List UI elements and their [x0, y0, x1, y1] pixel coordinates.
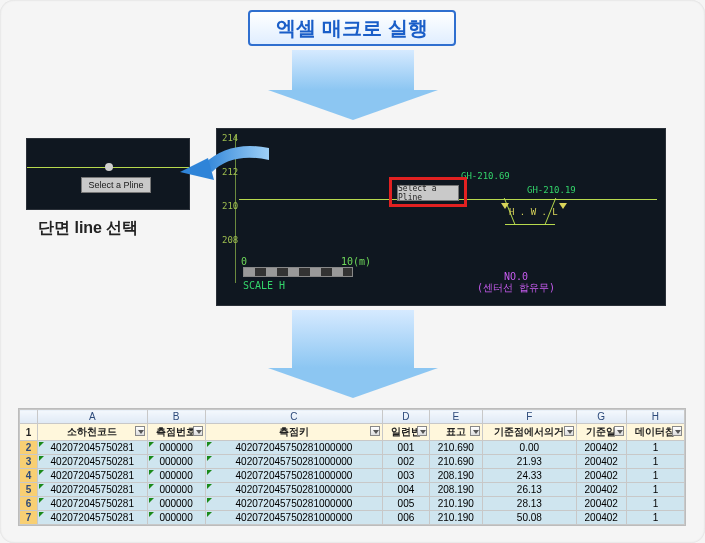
error-flag-icon[interactable]	[39, 456, 44, 461]
error-flag-icon[interactable]	[207, 442, 212, 447]
cell[interactable]: 000000	[147, 483, 205, 497]
cell[interactable]: 402072045750281	[38, 497, 148, 511]
filter-dropdown-icon[interactable]	[135, 426, 145, 436]
field-header[interactable]: 소하천코드	[38, 424, 148, 441]
excel-sheet[interactable]: A B C D E F G H 1 소하천코드 측점번호 측점키 일련번 표고 …	[18, 408, 686, 526]
field-header[interactable]: 데이터참	[626, 424, 684, 441]
error-flag-icon[interactable]	[207, 498, 212, 503]
cell[interactable]: 402072045750281	[38, 469, 148, 483]
row-head[interactable]: 4	[20, 469, 38, 483]
cell[interactable]: 200402	[576, 469, 626, 483]
filter-dropdown-icon[interactable]	[672, 426, 682, 436]
cell[interactable]: 005	[383, 497, 429, 511]
table-row[interactable]: 5402072045750281000000402072045750281000…	[20, 483, 685, 497]
cell[interactable]: 210.690	[429, 441, 483, 455]
cell[interactable]: 402072045750281	[38, 441, 148, 455]
col-head[interactable]: G	[576, 410, 626, 424]
field-header[interactable]: 기준점에서의거	[483, 424, 577, 441]
row-head[interactable]: 5	[20, 483, 38, 497]
cell[interactable]: 26.13	[483, 483, 577, 497]
cell[interactable]: 200402	[576, 483, 626, 497]
cell[interactable]: 1	[626, 497, 684, 511]
cell[interactable]: 402072045750281000000	[205, 469, 383, 483]
error-flag-icon[interactable]	[149, 470, 154, 475]
field-header[interactable]: 일련번	[383, 424, 429, 441]
filter-dropdown-icon[interactable]	[370, 426, 380, 436]
error-flag-icon[interactable]	[207, 456, 212, 461]
cell[interactable]: 000000	[147, 469, 205, 483]
cell[interactable]: 002	[383, 455, 429, 469]
error-flag-icon[interactable]	[39, 512, 44, 517]
filter-dropdown-icon[interactable]	[193, 426, 203, 436]
cell[interactable]: 1	[626, 455, 684, 469]
field-header[interactable]: 기준일	[576, 424, 626, 441]
error-flag-icon[interactable]	[207, 484, 212, 489]
cell[interactable]: 208.190	[429, 469, 483, 483]
cell[interactable]: 28.13	[483, 497, 577, 511]
cell[interactable]: 000000	[147, 455, 205, 469]
error-flag-icon[interactable]	[39, 484, 44, 489]
cell[interactable]: 001	[383, 441, 429, 455]
table-row[interactable]: 7402072045750281000000402072045750281000…	[20, 511, 685, 525]
filter-dropdown-icon[interactable]	[470, 426, 480, 436]
cell[interactable]: 200402	[576, 511, 626, 525]
col-head[interactable]: A	[38, 410, 148, 424]
filter-dropdown-icon[interactable]	[564, 426, 574, 436]
cell[interactable]: 000000	[147, 441, 205, 455]
field-header[interactable]: 측점번호	[147, 424, 205, 441]
select-pline-button[interactable]: Select a Pline	[81, 177, 151, 193]
col-head[interactable]: B	[147, 410, 205, 424]
zoom-node[interactable]	[105, 163, 113, 171]
error-flag-icon[interactable]	[207, 470, 212, 475]
row-head[interactable]: 2	[20, 441, 38, 455]
error-flag-icon[interactable]	[39, 470, 44, 475]
cell[interactable]: 402072045750281000000	[205, 455, 383, 469]
cell[interactable]: 1	[626, 441, 684, 455]
cell[interactable]: 200402	[576, 455, 626, 469]
cell[interactable]: 21.93	[483, 455, 577, 469]
cell[interactable]: 000000	[147, 497, 205, 511]
filter-dropdown-icon[interactable]	[614, 426, 624, 436]
table-row[interactable]: 6402072045750281000000402072045750281000…	[20, 497, 685, 511]
col-head[interactable]: F	[483, 410, 577, 424]
cell[interactable]: 1	[626, 469, 684, 483]
row-head[interactable]: 7	[20, 511, 38, 525]
table-row[interactable]: 3402072045750281000000402072045750281000…	[20, 455, 685, 469]
error-flag-icon[interactable]	[149, 498, 154, 503]
cell[interactable]: 210.190	[429, 511, 483, 525]
error-flag-icon[interactable]	[149, 484, 154, 489]
cell[interactable]: 004	[383, 483, 429, 497]
cell[interactable]: 50.08	[483, 511, 577, 525]
cell[interactable]: 402072045750281000000	[205, 483, 383, 497]
col-head[interactable]: H	[626, 410, 684, 424]
cell[interactable]: 402072045750281	[38, 455, 148, 469]
cell[interactable]: 402072045750281000000	[205, 497, 383, 511]
cell[interactable]: 003	[383, 469, 429, 483]
table-row[interactable]: 4402072045750281000000402072045750281000…	[20, 469, 685, 483]
table-row[interactable]: 2402072045750281000000402072045750281000…	[20, 441, 685, 455]
cell[interactable]: 210.690	[429, 455, 483, 469]
cell[interactable]: 402072045750281000000	[205, 511, 383, 525]
field-header[interactable]: 측점키	[205, 424, 383, 441]
cell[interactable]: 000000	[147, 511, 205, 525]
cell[interactable]: 210.190	[429, 497, 483, 511]
row-head[interactable]: 1	[20, 424, 38, 441]
col-head[interactable]: C	[205, 410, 383, 424]
row-head[interactable]: 6	[20, 497, 38, 511]
error-flag-icon[interactable]	[149, 442, 154, 447]
cell[interactable]: 1	[626, 483, 684, 497]
cell[interactable]: 200402	[576, 441, 626, 455]
field-header[interactable]: 표고	[429, 424, 483, 441]
cell[interactable]: 1	[626, 511, 684, 525]
col-head[interactable]: D	[383, 410, 429, 424]
cell[interactable]: 208.190	[429, 483, 483, 497]
cell[interactable]: 402072045750281	[38, 511, 148, 525]
cell[interactable]: 402072045750281	[38, 483, 148, 497]
error-flag-icon[interactable]	[149, 456, 154, 461]
error-flag-icon[interactable]	[39, 442, 44, 447]
cell[interactable]: 402072045750281000000	[205, 441, 383, 455]
cell[interactable]: 200402	[576, 497, 626, 511]
cell[interactable]: 006	[383, 511, 429, 525]
cell[interactable]: 0.00	[483, 441, 577, 455]
filter-dropdown-icon[interactable]	[417, 426, 427, 436]
